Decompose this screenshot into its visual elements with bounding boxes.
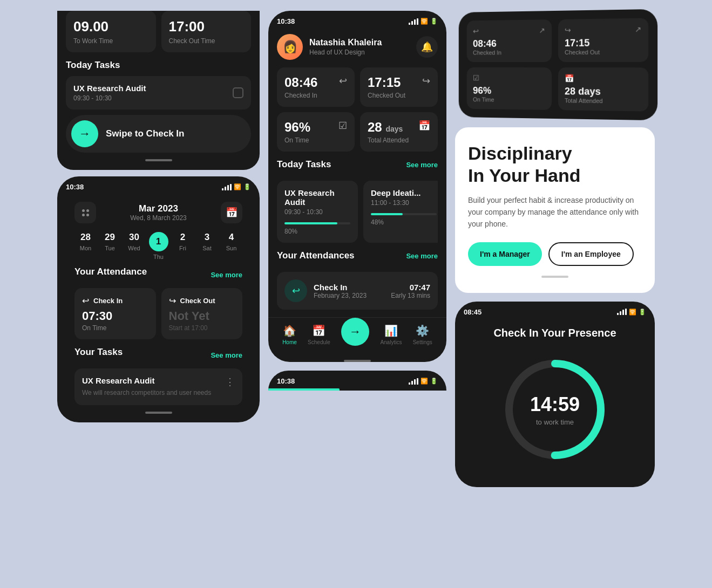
status-time-2: 10:38	[66, 183, 84, 191]
timer-title: Check In Your Presence	[455, 319, 655, 350]
attendance-see-more-main[interactable]: See more	[406, 252, 438, 260]
signal-icon-timer	[617, 309, 627, 315]
nav-settings[interactable]: ⚙️ Settings	[413, 324, 432, 345]
main-phone: 10:38 🛜 🔋 👩 Natashia Khaleira Head of UX…	[268, 11, 446, 362]
status-time-main: 10:38	[277, 17, 295, 25]
nav-analytics-label: Analytics	[380, 339, 402, 345]
nav-analytics[interactable]: 📊 Analytics	[380, 324, 402, 345]
week-day-sat[interactable]: 3 Sat	[196, 232, 218, 260]
attendance-main: Your Attendances See more ↩ Check In Feb…	[268, 250, 446, 310]
nav-schedule-label: Schedule	[308, 339, 330, 345]
column-3: ↩ ↗ 08:46 Checked In ☑ 96% On Time ↪ ↗	[455, 11, 655, 487]
task-checkbox[interactable]	[233, 87, 243, 98]
week-day-tue[interactable]: 29 Tue	[99, 232, 121, 260]
attendance-check-icon: ↩	[284, 279, 307, 302]
timer-phone: 08:45 🛜 🔋 Check In Your Presence	[455, 302, 655, 487]
today-tasks-header: Today Tasks See more	[277, 159, 438, 170]
attendance-row: ↩ Check In February 23, 2023 07:47 Early…	[277, 272, 438, 310]
status-time-bottom: 10:38	[277, 377, 295, 385]
column-1: 09.00 To Work Time 17:00 Check Out Time …	[57, 11, 260, 422]
timer-center: 14:59 to work time	[530, 393, 580, 426]
task2-progress-bg	[371, 213, 437, 215]
nav-home-label: Home	[282, 339, 297, 345]
checkin-stat-icon: ↩	[339, 75, 347, 87]
task2-progress-fill	[371, 213, 403, 215]
task1-name: UX Research Audit	[284, 188, 350, 207]
mini-checkedin-time: 08:46	[473, 38, 545, 50]
task-card-1: UX Research Audit 09:30 - 10:30 80%	[277, 181, 358, 243]
attendance-see-more[interactable]: See more	[211, 271, 242, 279]
task-row: UX Research Audit We will research compe…	[74, 368, 242, 405]
mini-ontime-pct: 96%	[473, 85, 545, 97]
calendar-icon-button[interactable]: 📅	[221, 202, 242, 223]
phone-top-partial: 09.00 To Work Time 17:00 Check Out Time …	[57, 11, 260, 170]
attendance-status: Early 13 mins	[391, 292, 430, 299]
home-icon: 🏠	[283, 324, 296, 337]
work-time-card: 09.00 To Work Time	[66, 11, 156, 52]
right-top-phone: ↩ ↗ 08:46 Checked In ☑ 96% On Time ↪ ↗	[459, 9, 657, 121]
tasks-see-more-main[interactable]: See more	[406, 161, 438, 169]
calendar-stat-icon: 📅	[418, 120, 430, 132]
week-row: 28 Mon 29 Tue 30 Wed 1 Thu 2 Fri	[66, 229, 251, 263]
nav-home[interactable]: 🏠 Home	[282, 324, 297, 345]
menu-icon[interactable]	[74, 202, 96, 223]
checkout-time-card: 17:00 Check Out Time	[161, 11, 252, 52]
attendance-main-header: Your Attendances See more	[277, 250, 438, 261]
profile-role: Head of UX Design	[309, 49, 382, 56]
manager-button[interactable]: I'm a Manager	[468, 242, 542, 266]
hero-bottom-bar	[541, 276, 568, 278]
signal-icon	[222, 184, 232, 190]
mini-checkin-icon: ↩	[473, 27, 479, 36]
attendance-section-header: Your Attendance See more	[74, 266, 242, 283]
avatar: 👩	[277, 34, 303, 60]
bottom-bar-cal	[145, 412, 172, 414]
signal-icon-main	[409, 18, 418, 25]
bell-icon: 🔔	[421, 41, 433, 53]
week-day-sun[interactable]: 4 Sun	[220, 232, 242, 260]
week-day-fri[interactable]: 2 Fri	[172, 232, 194, 260]
schedule-icon: 📅	[312, 324, 326, 337]
wifi-icon-main: 🛜	[421, 18, 428, 25]
checked-in-stat: 08:46 Checked In ↩	[277, 67, 355, 107]
task-menu-dots[interactable]: ⋮	[225, 376, 235, 388]
nav-bar: 🏠 Home 📅 Schedule → 📊 Analytics ⚙️ Setti…	[268, 317, 446, 353]
task-item: UX Research Audit 09:30 - 10:30	[66, 76, 251, 110]
timer-circle: 14:59 to work time	[501, 355, 609, 463]
week-day-mon[interactable]: 28 Mon	[74, 232, 97, 260]
mini-checkedout-time: 17:15	[565, 37, 642, 49]
status-icons-main: 🛜 🔋	[409, 18, 438, 25]
calendar-date: Wed, 8 March 2023	[130, 214, 187, 222]
bottom-partial-phone: 10:38 🛜 🔋	[268, 371, 446, 391]
profile-name: Natashia Khaleira	[309, 38, 382, 47]
checkin-time: 07:30	[82, 309, 148, 323]
hero-description: Build your perfect habit & increase prod…	[468, 194, 642, 230]
notification-button[interactable]: 🔔	[416, 36, 438, 58]
work-time-value: 09.00	[73, 18, 148, 35]
total-attended-stat: 28 days Total Attended 📅	[360, 112, 438, 152]
week-day-wed[interactable]: 30 Wed	[123, 232, 145, 260]
ontime-pct: 96%	[284, 120, 310, 135]
swipe-checkin-button[interactable]: → Swipe to Check In	[66, 115, 251, 153]
tasks-scroll: UX Research Audit 09:30 - 10:30 80% Deep…	[277, 181, 438, 243]
task-description: We will research competitors and user ne…	[82, 388, 211, 398]
status-bar-main: 10:38 🛜 🔋	[268, 11, 446, 29]
mini-checkedin-label: Checked In	[473, 49, 545, 56]
today-tasks-main: Today Tasks See more UX Research Audit 0…	[268, 159, 446, 243]
nav-schedule[interactable]: 📅 Schedule	[308, 324, 330, 345]
right-mini-col-left: ↩ ↗ 08:46 Checked In ☑ 96% On Time	[467, 19, 552, 110]
calendar-phone: 10:38 🛜 🔋 Mar 2023 W	[57, 176, 260, 422]
wifi-icon: 🛜	[234, 183, 241, 190]
checkin-icon: ↩	[82, 296, 89, 306]
checked-out-label: Checked Out	[368, 92, 405, 99]
week-day-thu-active[interactable]: 1 Thu	[147, 232, 169, 260]
employee-button[interactable]: I'm an Employee	[548, 242, 634, 266]
tasks-section-header: Your Tasks See more	[74, 347, 242, 363]
nav-center-button[interactable]: →	[341, 318, 369, 346]
hero-buttons: I'm a Manager I'm an Employee	[468, 242, 642, 266]
mini-checkout-export-icon: ↗	[635, 25, 642, 34]
timer-display: 14:59	[530, 393, 580, 415]
calendar-header: Mar 2023 Wed, 8 March 2023 📅	[66, 194, 251, 229]
tasks-see-more[interactable]: See more	[211, 351, 242, 359]
mini-checkedin-card: ↩ ↗ 08:46 Checked In	[467, 19, 552, 62]
task-time: 09:30 - 10:30	[73, 94, 146, 102]
